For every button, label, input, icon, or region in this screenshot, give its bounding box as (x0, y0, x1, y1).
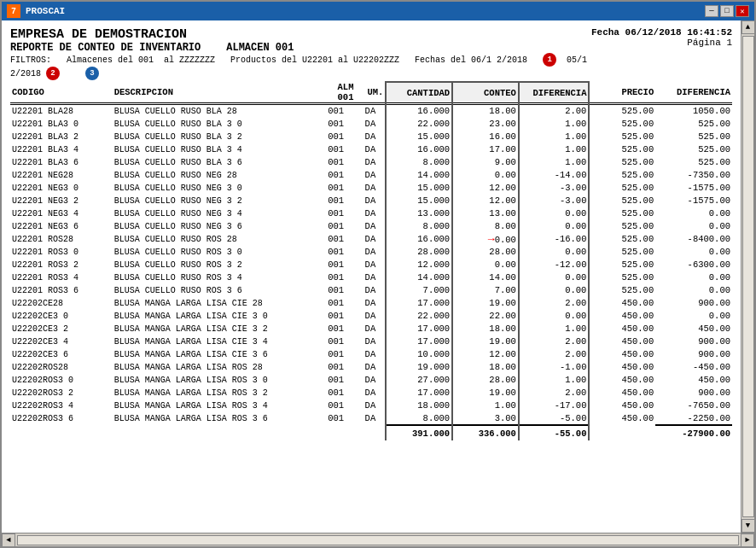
window-controls: ─ □ ✕ (705, 5, 749, 17)
cell-dif2: 0.00 (655, 207, 732, 220)
scroll-right-button[interactable]: ► (741, 533, 754, 547)
col-header-diferencia2: DIFERENCIA (655, 82, 732, 103)
cell-dif2: 0.00 (655, 310, 732, 323)
cell-alm: 001 (317, 399, 355, 412)
cell-um: DA (355, 169, 386, 182)
scroll-track[interactable] (742, 36, 754, 517)
cell-diferencia: 1.00 (519, 131, 590, 143)
cell-conteo: 3.00 (452, 412, 519, 425)
cell-dif2: 525.00 (655, 143, 732, 156)
cell-diferencia: 1.00 (519, 118, 590, 131)
cell-cantidad: 19.000 (386, 361, 452, 374)
cell-desc: BLUSA CUELLO RUSO BLA 28 (113, 105, 317, 118)
cell-codigo: U22201 NEG3 0 (10, 182, 113, 195)
cell-diferencia: -12.00 (519, 259, 590, 271)
cell-conteo: 22.00 (452, 310, 519, 323)
minimize-button[interactable]: ─ (705, 5, 718, 17)
badge-1: 1 (543, 53, 556, 67)
cell-desc: BLUSA CUELLO RUSO BLA 3 6 (113, 156, 317, 169)
cell-alm: 001 (317, 118, 355, 131)
restore-button[interactable]: □ (720, 5, 734, 17)
cell-codigo: U22202CE3 2 (10, 323, 113, 335)
report-header: EMPRESA DE DEMOSTRACION REPORTE DE CONTE… (10, 27, 732, 81)
cell-precio: 525.00 (589, 284, 655, 297)
cell-codigo: U22202CE3 0 (10, 310, 113, 323)
table-row: U22201 NEG3 4 BLUSA CUELLO RUSO NEG 3 4 … (10, 207, 732, 220)
table-row: U22201 NEG3 2 BLUSA CUELLO RUSO NEG 3 2 … (10, 195, 732, 207)
cell-dif2: 450.00 (655, 323, 732, 335)
cell-diferencia: 0.00 (519, 310, 590, 323)
table-row: U22201 ROS3 4 BLUSA CUELLO RUSO ROS 3 4 … (10, 271, 732, 284)
cell-desc: BLUSA MANGA LARGA LISA CIE 3 2 (113, 323, 317, 335)
cell-conteo: 0.00 (452, 259, 519, 271)
cell-cantidad: 8.000 (386, 220, 452, 233)
cell-cantidad: 17.000 (386, 335, 452, 348)
scroll-up-button[interactable]: ▲ (741, 20, 755, 34)
badge-2: 2 (46, 67, 60, 80)
cell-um: DA (355, 246, 386, 259)
cell-cantidad: 16.000 (386, 143, 452, 156)
cell-precio: 525.00 (589, 246, 655, 259)
cell-codigo: U22202ROS28 (10, 361, 113, 374)
cell-cantidad: 15.000 (386, 195, 452, 207)
table-row: U22202ROS28 BLUSA MANGA LARGA LISA ROS 2… (10, 361, 732, 374)
total-conteo: 336.000 (452, 428, 519, 440)
cell-desc: BLUSA MANGA LARGA LISA ROS 28 (113, 361, 317, 374)
cell-diferencia: 2.00 (519, 348, 590, 361)
scroll-left-button[interactable]: ◄ (2, 533, 15, 547)
cell-diferencia: 1.00 (519, 156, 590, 169)
cell-alm: 001 (317, 323, 355, 335)
cell-alm: 001 (317, 131, 355, 143)
hscroll-track[interactable] (17, 535, 739, 545)
cell-alm: 001 (317, 220, 355, 233)
cell-desc: BLUSA CUELLO RUSO NEG 3 0 (113, 182, 317, 195)
cell-alm: 001 (317, 156, 355, 169)
cell-cantidad: 8.000 (386, 156, 452, 169)
cell-codigo: U22201 BLA28 (10, 105, 113, 118)
cell-um: DA (355, 310, 386, 323)
close-button[interactable]: ✕ (736, 5, 749, 17)
cell-precio: 525.00 (589, 143, 655, 156)
cell-dif2: 525.00 (655, 156, 732, 169)
cell-codigo: U22201 NEG28 (10, 169, 113, 182)
cell-desc: BLUSA MANGA LARGA LISA CIE 3 6 (113, 348, 317, 361)
content-area: EMPRESA DE DEMOSTRACION REPORTE DE CONTE… (2, 20, 754, 533)
cell-dif2: 900.00 (655, 348, 732, 361)
cell-um: DA (355, 105, 386, 118)
cell-precio: 525.00 (589, 195, 655, 207)
table-row: U22201 ROS3 0 BLUSA CUELLO RUSO ROS 3 0 … (10, 246, 732, 259)
table-row: U22202ROS3 4 BLUSA MANGA LARGA LISA ROS … (10, 399, 732, 412)
cell-conteo: 18.00 (452, 105, 519, 118)
cell-diferencia: 0.00 (519, 284, 590, 297)
cell-diferencia: 0.00 (519, 271, 590, 284)
cell-precio: 525.00 (589, 169, 655, 182)
cell-desc: BLUSA CUELLO RUSO BLA 3 4 (113, 143, 317, 156)
badge-3: 3 (85, 67, 99, 80)
col-header-diferencia: DIFERENCIA (519, 82, 590, 103)
cell-cantidad: 7.000 (386, 284, 452, 297)
cell-desc: BLUSA CUELLO RUSO ROS 3 2 (113, 259, 317, 271)
horizontal-scrollbar[interactable]: ◄ ► (2, 533, 754, 546)
cell-codigo: U22201 ROS28 (10, 233, 113, 246)
app-icon: 7 (7, 4, 20, 18)
cell-um: DA (355, 361, 386, 374)
cell-um: DA (355, 323, 386, 335)
cell-precio: 525.00 (589, 207, 655, 220)
cell-codigo: U22201 BLA3 4 (10, 143, 113, 156)
scroll-down-button[interactable]: ▼ (741, 519, 755, 533)
cell-precio: 450.00 (589, 399, 655, 412)
table-row: U22201 BLA3 2 BLUSA CUELLO RUSO BLA 3 2 … (10, 131, 732, 143)
table-row: U22201 NEG28 BLUSA CUELLO RUSO NEG 28 00… (10, 169, 732, 182)
cell-desc: BLUSA MANGA LARGA LISA ROS 3 0 (113, 374, 317, 387)
cell-precio: 525.00 (589, 233, 655, 246)
cell-desc: BLUSA CUELLO RUSO NEG 28 (113, 169, 317, 182)
cell-conteo: 19.00 (452, 297, 519, 310)
col-header-codigo: CODIGO (10, 82, 113, 103)
cell-conteo: 28.00 (452, 374, 519, 387)
vertical-scrollbar[interactable]: ▲ ▼ (741, 20, 754, 533)
cell-conteo: 17.00 (452, 143, 519, 156)
cell-um: DA (355, 195, 386, 207)
cell-codigo: U22201 ROS3 4 (10, 271, 113, 284)
cell-um: DA (355, 156, 386, 169)
cell-um: DA (355, 118, 386, 131)
